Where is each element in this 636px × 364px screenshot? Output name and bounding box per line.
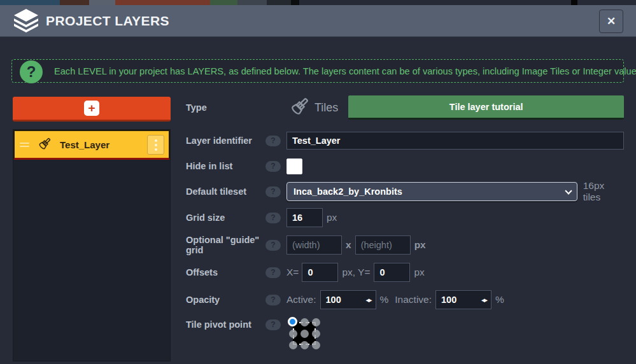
opacity-active-input[interactable]: 100 ◂▸ xyxy=(320,290,376,309)
backdrop-strip xyxy=(0,0,636,5)
close-button[interactable]: ✕ xyxy=(599,10,623,33)
row-hide-in-list: Hide in list ? xyxy=(186,155,624,177)
backdrop-segment xyxy=(210,0,237,5)
row-offsets: Offsets ? X= px, Y= px xyxy=(186,262,624,283)
pivot-point-widget xyxy=(286,316,323,353)
guide-separator: x xyxy=(346,239,351,251)
pivot-dot-middle-right[interactable] xyxy=(312,330,320,338)
plus-icon: + xyxy=(84,101,99,116)
layers-icon xyxy=(13,8,39,34)
hide-checkbox[interactable] xyxy=(286,158,302,174)
pivot-dot-bottom-center[interactable] xyxy=(300,341,309,349)
grid-size-input[interactable] xyxy=(286,208,323,227)
tileset-label: Default tileset xyxy=(186,186,265,197)
tileset-selected-value: Inca_back2_by_Kronbits xyxy=(293,186,402,197)
offset-x-label: X= xyxy=(286,267,299,278)
layer-item-label: Test_Layer xyxy=(60,139,110,150)
tileset-suffix: 16px tiles xyxy=(583,180,624,203)
row-guide-grid: Optional "guide" grid ? x px xyxy=(186,234,624,256)
pivot-label: Tile pivot point xyxy=(186,319,265,330)
offsets-label: Offsets xyxy=(186,267,265,277)
tile-layer-tutorial-button[interactable]: Tile layer tutorial xyxy=(348,95,624,120)
opacity-active-label: Active: xyxy=(286,294,316,305)
help-circle-icon: ? xyxy=(20,60,43,83)
row-identifier: Layer identifier ? xyxy=(186,130,624,151)
brush-icon xyxy=(36,136,52,153)
backdrop-segment xyxy=(237,0,267,5)
backdrop-segment xyxy=(0,0,60,5)
opacity-help-icon[interactable]: ? xyxy=(265,295,281,305)
row-type: Type Tiles Tile layer tutorial xyxy=(186,94,624,122)
guide-width-input[interactable] xyxy=(286,235,342,255)
layer-item-test-layer[interactable]: Test_Layer xyxy=(13,130,170,160)
guide-height-input[interactable] xyxy=(355,235,411,255)
backdrop-segment xyxy=(60,0,89,5)
pivot-dot-bottom-right[interactable] xyxy=(312,341,320,349)
row-tile-pivot: Tile pivot point ? xyxy=(186,316,624,355)
identifier-label: Layer identifier xyxy=(186,136,265,146)
grid-size-label: Grid size xyxy=(186,213,265,223)
backdrop-segment xyxy=(267,0,291,5)
layer-menu-button[interactable] xyxy=(147,135,164,155)
offsets-help-icon[interactable]: ? xyxy=(265,267,281,278)
grid-size-help-icon[interactable]: ? xyxy=(265,213,281,223)
tileset-help-icon[interactable]: ? xyxy=(265,186,281,197)
offset-y-input[interactable] xyxy=(374,263,410,282)
identifier-input[interactable] xyxy=(286,132,624,150)
info-text: Each LEVEL in your project has LAYERS, a… xyxy=(54,66,636,76)
stepper-arrows-icon[interactable]: ◂▸ xyxy=(481,296,487,304)
info-banner: ? Each LEVEL in your project has LAYERS,… xyxy=(11,59,624,83)
stepper-arrows-icon[interactable]: ◂▸ xyxy=(365,296,371,304)
backdrop-segment xyxy=(577,0,636,5)
chevron-down-icon xyxy=(565,187,572,194)
pivot-dot-top-left-selected[interactable] xyxy=(288,317,297,326)
offsets-unit: px xyxy=(414,267,424,278)
add-layer-button[interactable]: + xyxy=(13,97,171,122)
backdrop-segment xyxy=(89,0,115,5)
pivot-dot-middle-left[interactable] xyxy=(289,330,297,338)
backdrop-segment xyxy=(291,0,299,5)
tileset-select[interactable]: Inca_back2_by_Kronbits xyxy=(286,182,577,201)
layer-list: Test_Layer xyxy=(13,129,171,361)
drag-handle[interactable] xyxy=(20,141,29,149)
row-grid-size: Grid size ? px xyxy=(186,207,624,228)
identifier-help-icon[interactable]: ? xyxy=(265,136,281,146)
hide-label: Hide in list xyxy=(186,161,265,171)
type-value: Tiles xyxy=(314,101,338,115)
row-default-tileset: Default tileset ? Inca_back2_by_Kronbits… xyxy=(186,181,624,202)
opacity-active-percent: % xyxy=(380,294,389,305)
guide-unit: px xyxy=(414,239,426,251)
row-opacity: Opacity ? Active: 100 ◂▸ % Inactive: 100… xyxy=(186,289,624,311)
guide-grid-label: Optional "guide" grid xyxy=(186,235,265,255)
opacity-inactive-percent: % xyxy=(495,294,504,305)
pivot-dot-top-center[interactable] xyxy=(300,318,309,326)
page-title: PROJECT LAYERS xyxy=(46,13,169,29)
backdrop-segment xyxy=(299,0,571,5)
opacity-label: Opacity xyxy=(186,295,265,305)
backdrop-segment xyxy=(571,0,577,5)
backdrop-segment xyxy=(115,0,210,5)
offset-mid-label: px, Y= xyxy=(342,267,370,278)
opacity-inactive-label: Inactive: xyxy=(395,294,432,305)
type-label: Type xyxy=(186,102,265,113)
pivot-dot-center[interactable] xyxy=(300,330,309,338)
pivot-dot-top-right[interactable] xyxy=(312,318,320,326)
grid-size-unit: px xyxy=(327,212,337,223)
project-layers-dialog: PROJECT LAYERS ✕ ? Each LEVEL in your pr… xyxy=(0,0,636,364)
hide-help-icon[interactable]: ? xyxy=(265,161,281,172)
pivot-dot-bottom-left[interactable] xyxy=(289,341,297,349)
dialog-header: PROJECT LAYERS ✕ xyxy=(0,5,636,37)
pivot-help-icon[interactable]: ? xyxy=(265,319,281,330)
opacity-inactive-input[interactable]: 100 ◂▸ xyxy=(435,290,491,309)
tiles-brush-icon xyxy=(286,95,311,120)
guide-grid-help-icon[interactable]: ? xyxy=(265,240,281,251)
offset-x-input[interactable] xyxy=(302,263,338,282)
